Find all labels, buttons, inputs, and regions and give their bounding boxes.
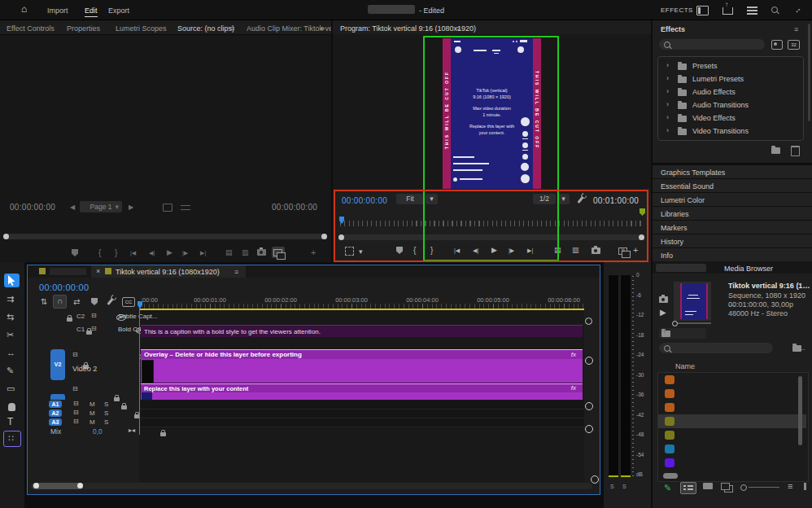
program-play-icon[interactable]: ▶: [491, 247, 497, 254]
safe-margins-chevron-icon[interactable]: ▾: [359, 248, 363, 256]
timeline-add-marker-icon[interactable]: [91, 298, 98, 305]
zoom-slider-track[interactable]: [749, 487, 779, 488]
track-scrollbar-handle[interactable]: [585, 357, 593, 365]
type-tool[interactable]: T: [7, 417, 13, 427]
panel-libraries[interactable]: Libraries: [653, 206, 812, 220]
page-back-icon[interactable]: ◀: [70, 204, 75, 211]
program-panel-menu-icon[interactable]: ≡: [456, 24, 461, 33]
go-to-in-icon[interactable]: |◀: [130, 250, 136, 256]
pen-tool[interactable]: ✎: [7, 366, 14, 375]
label-chip[interactable]: [665, 417, 674, 426]
v2-track-name[interactable]: Video 2: [72, 365, 97, 373]
media-search-input[interactable]: [659, 343, 773, 353]
mark-out-icon[interactable]: }: [115, 249, 117, 257]
twirl-icon[interactable]: ›: [666, 101, 669, 108]
new-custom-bin-icon[interactable]: [771, 147, 780, 154]
program-button-plus-icon[interactable]: +: [633, 246, 638, 255]
timeline-panel-menu-icon[interactable]: ≡: [234, 268, 238, 276]
list-view-button[interactable]: [680, 482, 696, 494]
timeline-settings-wrench-icon[interactable]: [107, 298, 113, 305]
razor-tool[interactable]: ✂: [7, 331, 14, 339]
sort-icon[interactable]: ≡: [788, 482, 792, 491]
a1-lock-icon[interactable]: [121, 405, 127, 409]
hscroll-handle-right[interactable]: [77, 483, 83, 488]
add-marker-icon[interactable]: [72, 249, 78, 256]
ripple-edit-tool[interactable]: ⇆: [7, 313, 14, 322]
menu-edit[interactable]: Edit: [85, 7, 98, 17]
source-scrollbar-handle-right[interactable]: [321, 234, 327, 239]
panel-markers[interactable]: Markers: [653, 220, 812, 234]
tree-item-audio-transitions[interactable]: › Audio Transitions: [658, 99, 803, 112]
comparison-view-button[interactable]: [272, 247, 285, 258]
search-icon[interactable]: [771, 7, 778, 13]
tab-audio-clip-mixer[interactable]: Audio Clip Mixer: Tiktok ve: [247, 24, 331, 33]
program-button-overflow-icon[interactable]: »: [621, 247, 625, 254]
program-mini-ruler[interactable]: [340, 218, 643, 226]
panel-lumetri-color[interactable]: Lumetri Color: [653, 192, 812, 206]
tab-overflow-icon[interactable]: »: [321, 24, 325, 33]
media-options-ellipsis[interactable]: ...: [799, 344, 805, 352]
a1-track-badge[interactable]: A1: [49, 401, 62, 408]
clip-thumbnail[interactable]: [674, 282, 711, 321]
v1-replace-clip[interactable]: Replace this layer with your content fx: [141, 383, 583, 400]
delete-icon[interactable]: [791, 146, 800, 156]
tab-properties[interactable]: Properties: [67, 24, 100, 33]
a1-sync-lock-icon[interactable]: ⊟: [73, 401, 79, 407]
active-sequence-tab[interactable]: × Tiktok vertical 9:16 (1080x1920) ≡: [91, 265, 246, 278]
label-chip[interactable]: [665, 403, 674, 412]
c2-lock-icon[interactable]: [67, 318, 72, 322]
redacted-sequence-tab[interactable]: [50, 268, 86, 275]
mark-in-icon[interactable]: {: [98, 249, 101, 257]
track-scrollbar-handle[interactable]: [585, 425, 593, 433]
hscroll-handle-left[interactable]: [33, 483, 39, 488]
thumbnail-scrub-bar[interactable]: [674, 322, 711, 324]
object-selection-tool[interactable]: ∷: [3, 431, 21, 447]
a3-sync-lock-icon[interactable]: ⊟: [73, 418, 79, 425]
freeform-view-button[interactable]: [721, 483, 730, 490]
mix-lock-icon[interactable]: [160, 432, 166, 436]
source-scrollbar-handle-left[interactable]: [3, 234, 9, 239]
effects-search-input[interactable]: [659, 39, 765, 50]
meter-solo-left[interactable]: S: [610, 484, 614, 489]
drag-video-icon[interactable]: [163, 204, 172, 212]
a2-track-badge[interactable]: A2: [49, 409, 62, 417]
playback-resolution-chevron[interactable]: ▾: [557, 194, 570, 204]
tree-item-video-effects[interactable]: › Video Effects: [658, 112, 803, 125]
a3-mute-button[interactable]: M: [89, 418, 95, 426]
play-icon[interactable]: ▶: [167, 249, 172, 256]
a2-mute-button[interactable]: M: [89, 409, 95, 417]
meter-solo-right[interactable]: S: [622, 484, 626, 489]
twirl-icon[interactable]: ›: [666, 88, 669, 95]
button-editor-plus-icon[interactable]: +: [311, 248, 316, 257]
caption-clip[interactable]: This is a caption with a bold style to g…: [141, 325, 583, 337]
thumbnail-scrub-handle[interactable]: [672, 321, 678, 326]
extract-icon[interactable]: ▥: [242, 249, 249, 256]
timeline-hscroll-track[interactable]: [31, 483, 592, 489]
drag-audio-icon[interactable]: [181, 205, 190, 210]
snap-toggle[interactable]: ∩: [53, 295, 67, 309]
a1-solo-button[interactable]: S: [104, 401, 108, 408]
workspace-label[interactable]: EFFECTS: [661, 7, 693, 14]
v1-lock-icon[interactable]: [114, 397, 120, 401]
step-forward-icon[interactable]: |▶: [182, 250, 188, 256]
program-step-forward-icon[interactable]: |▶: [509, 247, 514, 253]
close-tab-icon[interactable]: ×: [96, 268, 100, 275]
twirl-icon[interactable]: ›: [666, 75, 669, 82]
track-select-forward-tool[interactable]: ⇉: [7, 295, 14, 304]
label-chip[interactable]: [665, 444, 674, 453]
share-icon[interactable]: ↑: [723, 7, 733, 15]
tree-item-presets[interactable]: › Presets: [658, 60, 803, 73]
label-chip[interactable]: [665, 431, 674, 440]
tree-item-video-transitions[interactable]: › Video Transitions: [658, 125, 803, 138]
selection-tool[interactable]: [4, 274, 20, 287]
lift-icon[interactable]: ▤: [225, 249, 233, 256]
track-scrollbar-handle[interactable]: [585, 318, 592, 325]
v2-sync-lock-icon[interactable]: ⊟: [72, 352, 78, 358]
label-chip[interactable]: [665, 375, 674, 384]
menu-import[interactable]: Import: [47, 7, 68, 15]
a1-mute-button[interactable]: M: [89, 401, 95, 408]
tab-source[interactable]: Source: (no clips): [177, 24, 234, 35]
twirl-icon[interactable]: ›: [666, 62, 669, 69]
panel-info[interactable]: Info: [653, 247, 812, 261]
program-go-to-out-icon[interactable]: ▶|: [527, 247, 533, 253]
